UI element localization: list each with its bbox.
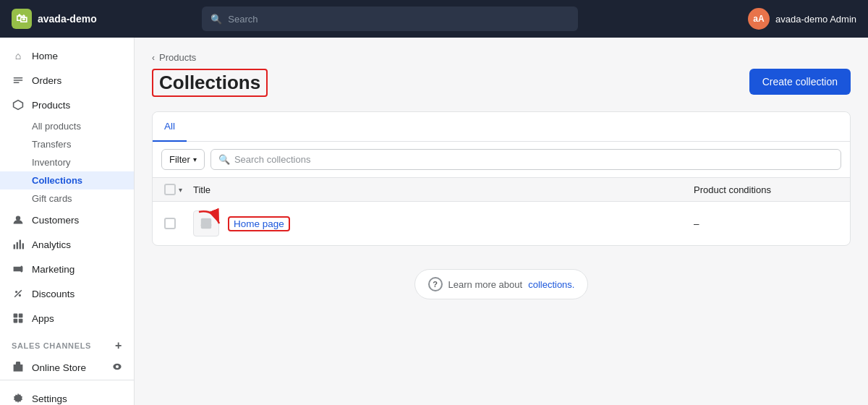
- svg-point-16: [116, 364, 119, 367]
- user-area[interactable]: aA avada-demo Admin: [748, 8, 856, 30]
- discounts-icon: [12, 287, 25, 300]
- breadcrumb-label: Products: [159, 52, 196, 63]
- learn-more-text: Learn more about: [448, 279, 523, 290]
- avatar: aA: [748, 8, 770, 30]
- logo-area[interactable]: 🛍 avada-demo: [12, 9, 113, 29]
- home-page-link-box: Home page: [228, 216, 290, 231]
- customers-icon: [12, 213, 25, 226]
- table-row: Home page –: [153, 202, 850, 245]
- row-title-col: Home page: [228, 216, 694, 231]
- tab-all[interactable]: All: [153, 112, 187, 142]
- search-collections-input[interactable]: [234, 154, 833, 165]
- create-collection-button[interactable]: Create collection: [749, 69, 851, 95]
- page-header: Collections Create collection: [152, 69, 851, 97]
- sidebar-item-analytics[interactable]: Analytics: [0, 232, 134, 257]
- svg-rect-2: [14, 82, 20, 83]
- sidebar-item-online-store[interactable]: Online Store: [0, 355, 134, 380]
- filter-row: Filter ▾ 🔍: [153, 142, 850, 178]
- sidebar-item-apps[interactable]: Apps: [0, 306, 134, 331]
- sidebar-sub-all-products[interactable]: All products: [0, 117, 134, 135]
- sidebar-item-home[interactable]: ⌂ Home: [0, 43, 134, 68]
- sidebar-label-marketing: Marketing: [32, 264, 75, 275]
- breadcrumb-chevron: ‹: [152, 53, 155, 63]
- collections-table-card: All Filter ▾ 🔍 ▾ Title: [152, 111, 851, 246]
- marketing-icon: [12, 263, 25, 276]
- col-conditions-header: Product conditions: [694, 184, 838, 195]
- sidebar-sub-gift-cards[interactable]: Gift cards: [0, 189, 134, 208]
- svg-rect-11: [14, 314, 18, 318]
- svg-rect-14: [19, 319, 23, 323]
- row-checkbox-col: [164, 218, 193, 229]
- analytics-icon: [12, 238, 25, 251]
- add-sales-channel-icon[interactable]: +: [115, 339, 122, 352]
- home-icon: ⌂: [12, 49, 25, 62]
- sidebar-bottom: Settings: [0, 380, 134, 405]
- learn-more-section: ? Learn more about collections.: [152, 246, 851, 311]
- sidebar-label-orders: Orders: [32, 75, 61, 86]
- sidebar-label-analytics: Analytics: [32, 239, 71, 250]
- store-name: avada-demo: [38, 13, 97, 25]
- svg-point-8: [15, 291, 17, 293]
- sidebar-item-discounts[interactable]: Discounts: [0, 281, 134, 306]
- svg-rect-4: [14, 244, 15, 249]
- online-store-icon: [12, 361, 25, 374]
- sidebar-item-products[interactable]: Products: [0, 93, 134, 117]
- svg-rect-7: [22, 243, 24, 249]
- sidebar-label-products: Products: [32, 100, 70, 111]
- apps-icon: [12, 312, 25, 325]
- svg-point-9: [19, 294, 21, 297]
- search-collections-container[interactable]: 🔍: [210, 149, 841, 170]
- orders-icon: [12, 74, 25, 87]
- search-collections-icon: 🔍: [218, 154, 230, 165]
- table-header: ▾ Title Product conditions: [153, 178, 850, 202]
- breadcrumb[interactable]: ‹ Products: [152, 52, 851, 63]
- sidebar-label-discounts: Discounts: [32, 289, 75, 299]
- sidebar-item-settings[interactable]: Settings: [0, 386, 134, 405]
- user-label: avada-demo Admin: [775, 14, 856, 25]
- svg-rect-6: [20, 240, 21, 250]
- info-icon: ?: [428, 277, 443, 291]
- filter-chevron-icon: ▾: [193, 155, 197, 163]
- col-title-header: Title: [193, 184, 694, 195]
- sidebar-sub-transfers[interactable]: Transfers: [0, 135, 134, 153]
- sidebar-sub-collections[interactable]: Collections: [0, 171, 134, 189]
- products-icon: [12, 98, 25, 111]
- sidebar-item-customers[interactable]: Customers: [0, 208, 134, 232]
- svg-rect-1: [14, 80, 23, 81]
- filter-button[interactable]: Filter ▾: [161, 149, 205, 170]
- main-content: ‹ Products Collections Create collection…: [135, 38, 868, 405]
- row-checkbox[interactable]: [164, 218, 176, 229]
- eye-icon: [112, 362, 122, 374]
- red-arrow-indicator: [193, 206, 225, 232]
- select-all-checkbox[interactable]: [164, 184, 176, 195]
- svg-rect-5: [17, 242, 18, 250]
- home-page-link[interactable]: Home page: [234, 218, 284, 229]
- sidebar-item-marketing[interactable]: Marketing: [0, 257, 134, 281]
- shopify-logo-icon: 🛍: [12, 9, 32, 29]
- online-store-label: Online Store: [32, 362, 86, 373]
- sidebar-item-orders[interactable]: Orders: [0, 68, 134, 93]
- search-icon: 🔍: [210, 14, 222, 25]
- settings-label: Settings: [32, 393, 67, 404]
- sidebar-label-customers: Customers: [32, 215, 79, 226]
- svg-point-3: [16, 216, 20, 220]
- settings-icon: [12, 392, 25, 405]
- top-nav: 🛍 avada-demo 🔍 aA avada-demo Admin: [0, 0, 868, 38]
- row-conditions-col: –: [694, 218, 838, 229]
- svg-rect-0: [14, 77, 23, 79]
- search-bar[interactable]: 🔍: [202, 7, 578, 31]
- tab-bar: All: [153, 112, 850, 142]
- sidebar-label-home: Home: [32, 51, 58, 61]
- sort-chevron-icon: ▾: [179, 186, 182, 194]
- sidebar-sub-inventory[interactable]: Inventory: [0, 153, 134, 171]
- sidebar: ⌂ Home Orders Products All products Tran…: [0, 38, 135, 405]
- learn-more-link[interactable]: collections.: [528, 279, 574, 290]
- sales-channels-section: SALES CHANNELS +: [0, 331, 134, 355]
- search-input[interactable]: [228, 14, 569, 25]
- svg-rect-13: [14, 319, 18, 323]
- filter-label: Filter: [169, 154, 190, 165]
- header-checkbox-col: ▾: [164, 184, 193, 195]
- learn-more-pill: ? Learn more about collections.: [414, 269, 589, 299]
- page-title: Collections: [159, 72, 260, 94]
- page-title-box: Collections: [152, 69, 268, 97]
